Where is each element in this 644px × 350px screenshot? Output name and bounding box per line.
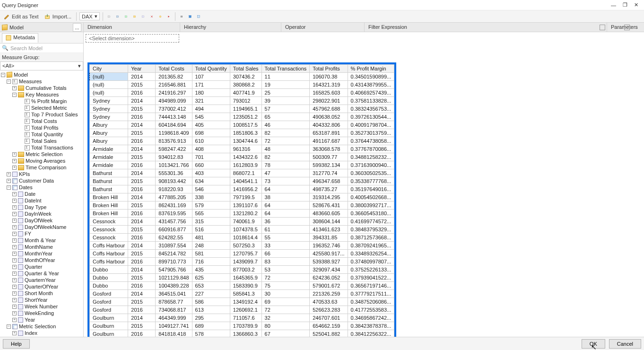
toolbar-icon-9[interactable] (178, 13, 185, 20)
tree-date-item[interactable]: +ShortYear (0, 297, 83, 303)
table-row[interactable]: Sydney2015737002.4124941194965.157457962… (90, 105, 394, 113)
table-cell[interactable]: 73 (261, 177, 310, 185)
table-cell[interactable]: 1235051.2 (230, 113, 261, 121)
table-cell[interactable]: Gosford (90, 298, 128, 306)
table-cell[interactable]: 201365.82 (156, 73, 192, 81)
table-row[interactable]: Broken Hill2016837619.5955651321280.2644… (90, 210, 394, 218)
table-cell[interactable]: Cessnock (90, 226, 128, 234)
table-cell[interactable]: 1304744.6 (230, 137, 261, 145)
table-cell[interactable]: 64 (261, 185, 310, 193)
table-cell[interactable]: 581 (192, 250, 230, 258)
table-cell[interactable]: 797199.5 (230, 193, 261, 201)
table-row[interactable]: Albury2014604184.6944051008517.546404332… (90, 121, 394, 129)
table-cell[interactable]: 604184.694 (156, 121, 192, 129)
table-row[interactable]: Sydney2014494989.09932179301239298022.90… (90, 97, 394, 105)
table-cell[interactable]: 364515.041 (156, 290, 192, 298)
edit-as-text-button[interactable]: Edit as Text (2, 12, 41, 21)
table-cell[interactable]: 547905.766 (156, 266, 192, 274)
table-row[interactable]: Armidale2014598247.42240896131648363068.… (90, 145, 394, 153)
table-cell[interactable]: 0.38412256322... (348, 330, 394, 337)
table-cell[interactable]: 2016 (128, 185, 156, 193)
expand-icon[interactable]: + (12, 205, 17, 210)
table-cell[interactable]: 394331.85 (310, 234, 348, 242)
table-cell[interactable]: 53 (261, 266, 310, 274)
table-cell[interactable]: Sydney (90, 97, 128, 105)
table-cell[interactable]: 2015 (128, 226, 156, 234)
table-cell[interactable]: Cessnock (90, 234, 128, 242)
table-cell[interactable]: 307436.2 (230, 73, 261, 81)
table-cell[interactable]: 737002.412 (156, 105, 192, 113)
expand-icon[interactable]: + (12, 192, 17, 196)
column-header[interactable]: City (90, 65, 128, 73)
table-cell[interactable]: Armidale (90, 153, 128, 161)
table-cell[interactable]: 2016 (128, 161, 156, 169)
table-cell[interactable]: 491167.687 (310, 137, 348, 145)
table-cell[interactable]: 457962.688 (310, 105, 348, 113)
tree-date-item[interactable]: +DayOfWeekName (0, 224, 83, 230)
table-cell[interactable]: 1366860.3 (230, 330, 261, 337)
table-cell[interactable]: 701 (192, 153, 230, 161)
table-cell[interactable]: 660 (192, 161, 230, 169)
table-cell[interactable]: 2016 (128, 306, 156, 314)
table-cell[interactable]: 918220.93 (156, 185, 192, 193)
metadata-tab[interactable]: Metadata (2, 33, 38, 43)
table-cell[interactable]: 65 (261, 113, 310, 121)
table-cell[interactable]: 69 (261, 298, 310, 306)
param-checkbox-1[interactable] (600, 25, 605, 30)
table-cell[interactable]: 625 (192, 274, 230, 282)
table-cell[interactable]: 0.34501590899... (348, 73, 394, 81)
table-cell[interactable]: 0.38483795329... (348, 226, 394, 234)
table-row[interactable]: (null)2015216546.881171380868.219164321.… (90, 81, 394, 89)
table-row[interactable]: Armidale2015934012.837011434322.68250030… (90, 153, 394, 161)
table-cell[interactable]: 2014 (128, 242, 156, 250)
table-cell[interactable]: Gosford (90, 290, 128, 298)
table-cell[interactable]: 1439099.7 (230, 258, 261, 266)
table-cell[interactable]: 539388.927 (310, 258, 348, 266)
table-cell[interactable]: 585841.3 (230, 290, 261, 298)
tree-measure-item[interactable]: Total Costs (0, 118, 83, 124)
table-cell[interactable]: Broken Hill (90, 193, 128, 201)
table-row[interactable]: Bathurst2014555301.36403868072.147312770… (90, 169, 394, 177)
table-row[interactable]: Gosford2015878658.775861349192.469470533… (90, 298, 394, 306)
collapse-icon[interactable]: − (1, 73, 5, 77)
table-cell[interactable]: 526623.283 (310, 306, 348, 314)
toolbar-icon-7[interactable] (157, 13, 164, 20)
table-cell[interactable]: 72 (261, 306, 310, 314)
table-cell[interactable]: 0.38324356753... (348, 105, 394, 113)
table-cell[interactable]: 1583390.9 (230, 282, 261, 290)
collapse-icon[interactable]: − (7, 79, 11, 84)
table-cell[interactable]: 613 (192, 306, 230, 314)
tree-measure-item[interactable]: Total Sales (0, 138, 83, 144)
table-cell[interactable]: 841818.418 (156, 330, 192, 337)
table-cell[interactable]: 407741.9 (230, 89, 261, 97)
table-cell[interactable]: 48 (261, 145, 310, 153)
table-cell[interactable]: 0.37581133828... (348, 97, 394, 105)
table-cell[interactable]: 653 (192, 282, 230, 290)
table-cell[interactable]: 546 (192, 185, 230, 193)
table-cell[interactable]: 2016 (128, 137, 156, 145)
table-cell[interactable]: 2015 (128, 153, 156, 161)
expand-icon[interactable]: + (12, 258, 17, 262)
tree-measure-item[interactable]: % Profit Margin (0, 98, 83, 105)
table-cell[interactable]: 845214.782 (156, 250, 192, 258)
table-cell[interactable]: (null) (90, 89, 128, 97)
table-cell[interactable]: 862431.169 (156, 201, 192, 210)
table-cell[interactable]: 0.38712573668... (348, 234, 394, 242)
table-cell[interactable]: Dubbo (90, 274, 128, 282)
table-cell[interactable]: 481 (192, 234, 230, 242)
expand-icon[interactable]: + (12, 278, 17, 282)
table-cell[interactable]: (null) (90, 81, 128, 89)
table-cell[interactable]: 0.40669257439... (348, 89, 394, 97)
table-cell[interactable]: 36 (261, 218, 310, 226)
tree-measure-item[interactable]: Total Profits (0, 124, 83, 131)
tree-date-item[interactable]: +QuarternYear (0, 277, 83, 283)
delete-icon[interactable] (148, 13, 155, 20)
table-cell[interactable]: 66 (261, 250, 310, 258)
table-cell[interactable]: 734068.817 (156, 306, 192, 314)
table-cell[interactable]: 0.38709241965... (348, 242, 394, 250)
table-cell[interactable]: 1198618.409 (156, 129, 192, 137)
table-cell[interactable]: 107 (192, 73, 230, 81)
table-cell[interactable]: 47 (261, 169, 310, 177)
maximize-icon[interactable]: ❐ (623, 2, 627, 8)
search-model-input[interactable]: 🔍 Search Model (0, 44, 83, 53)
